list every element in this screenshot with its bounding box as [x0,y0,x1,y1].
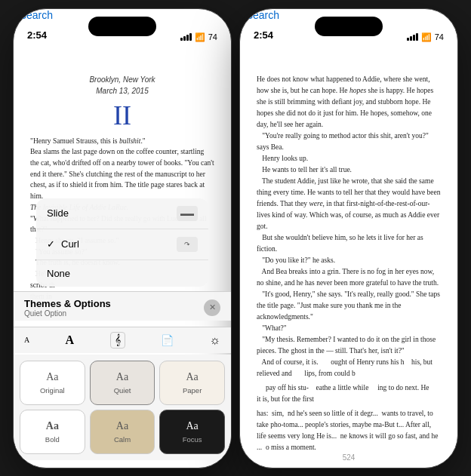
book-content-right: He does not know what happened to Addie,… [240,74,457,450]
battery-icon-right: 74 [435,32,444,41]
theme-label-focus: Focus [183,435,202,444]
dynamic-island-left [88,17,156,36]
wifi-icon: 📶 [195,32,205,42]
book-text-right: He does not know what happened to Addie,… [257,74,441,450]
status-icons-left: 📶 74 [180,32,217,42]
theme-label-bold: Bold [45,435,60,444]
dynamic-island-right [315,17,383,36]
close-themes-button[interactable]: ✕ [204,299,220,316]
slide-panel: Slide ▬▬ ✓ Curl ↷ None [36,198,208,287]
theme-card-bold[interactable]: Aa Bold [20,410,85,454]
slide-option-curl[interactable]: ✓ Curl ↷ [36,229,208,260]
theme-aa-bold: Aa [46,420,59,432]
right-phone: 2:54 📶 74 ‹ Search [239,8,458,468]
slide-icon-lines: ▬▬ [177,206,198,221]
wifi-icon-right: 📶 [421,32,432,42]
curl-option-right: ↷ [177,237,198,252]
slide-option-label: Slide [47,207,69,219]
theme-card-paper[interactable]: Aa Paper [159,361,225,405]
signal-icon [180,33,192,41]
theme-aa-quiet: Aa [116,371,128,383]
left-phone: 2:54 📶 74 ‹ Search [13,8,232,468]
book-location: Brooklyn, New YorkMarch 13, 2015 [30,74,214,97]
page-number: 524 [343,453,356,462]
theme-label-quiet: Quiet [114,386,131,395]
none-label: None [47,268,70,279]
theme-card-focus[interactable]: Aa Focus [159,410,225,454]
themes-section-labels: Themes & Options Quiet Option [24,298,111,318]
themes-sub-label: Quiet Option [24,309,111,318]
curl-icon: ↷ [177,237,198,252]
themes-label: Themes & Options [24,298,111,309]
theme-card-original[interactable]: Aa Original [20,361,85,405]
theme-card-calm[interactable]: Aa Calm [90,410,155,454]
slide-option-right: ▬▬ [177,206,198,221]
curl-checkmark: ✓ [47,238,55,250]
slide-option-none[interactable]: None [36,260,208,287]
font-small-button[interactable]: A [24,336,29,344]
theme-label-calm: Calm [114,435,131,444]
theme-label-paper: Paper [183,386,202,395]
signal-icon-right [407,33,418,41]
status-time-right: 2:54 [254,29,273,42]
theme-aa-paper: Aa [186,371,198,383]
phones-container: 2:54 📶 74 ‹ Search [13,8,458,468]
themes-bar: Themes & Options Quiet Option ✕ [14,291,231,321]
status-icons-right: 📶 74 [407,32,444,42]
theme-aa-focus: Aa [186,420,198,432]
curl-label: Curl [55,238,177,250]
status-time-left: 2:54 [27,29,47,42]
theme-aa-original: Aa [46,371,58,383]
slide-option-slide[interactable]: Slide ▬▬ [36,198,208,229]
theme-aa-calm: Aa [116,420,128,432]
brightness-icon[interactable]: ☼ [209,333,220,347]
page-layout-icon[interactable]: 📄 [161,334,174,346]
theme-card-quiet[interactable]: Aa Quiet [90,361,155,405]
theme-label-original: Original [40,386,65,395]
font-large-button[interactable]: A [66,333,75,347]
font-toolbar: A A 𝄞 📄 ☼ [14,327,231,353]
battery-icon-left: 74 [208,32,217,41]
theme-cards: Aa Original Aa Quiet Aa Paper Aa Bold Aa… [14,355,231,460]
font-type-icon[interactable]: 𝄞 [110,332,125,349]
chapter-number: II [30,100,214,131]
